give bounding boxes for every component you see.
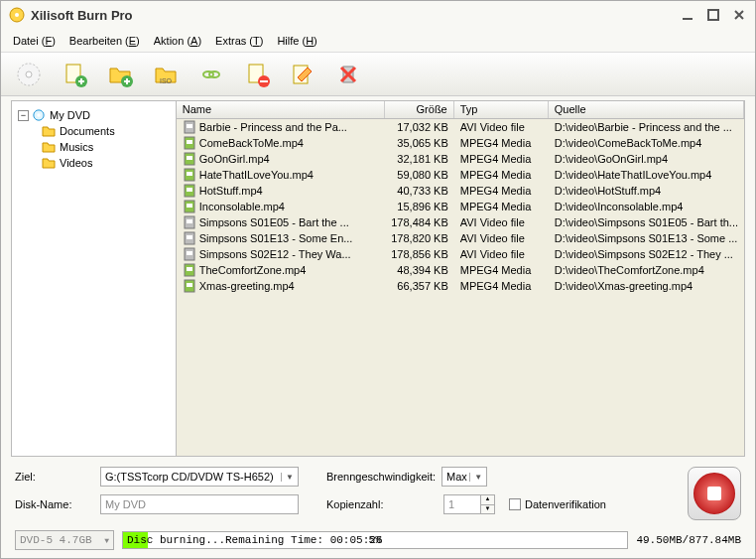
tree-root[interactable]: − My DVD: [16, 107, 172, 123]
menu-extras[interactable]: Extras (T): [215, 35, 263, 47]
file-size: 35,065 KB: [385, 137, 454, 149]
table-row[interactable]: ComeBackToMe.mp435,065 KBMPEG4 MediaD:\v…: [177, 135, 744, 151]
collapse-icon[interactable]: −: [18, 110, 29, 121]
svg-rect-38: [187, 267, 192, 271]
file-name: HotStuff.mp4: [199, 185, 263, 197]
table-row[interactable]: HotStuff.mp440,733 KBMPEG4 MediaD:\video…: [177, 183, 744, 199]
chevron-down-icon: ▼: [104, 536, 109, 545]
erase-icon[interactable]: [334, 61, 362, 88]
file-source: D:\video\Simpsons S01E05 - Bart th...: [549, 216, 744, 228]
table-row[interactable]: TheComfortZone.mp448,394 KBMPEG4 MediaD:…: [177, 262, 744, 278]
table-row[interactable]: Simpsons S01E05 - Bart the ...178,484 KB…: [177, 214, 744, 230]
progress-bar: Disc burning...Remaining Time: 00:05:26 …: [122, 531, 628, 549]
table-row[interactable]: Xmas-greeting.mp466,357 KBMPEG4 MediaD:\…: [177, 278, 744, 294]
file-source: D:\video\HotStuff.mp4: [549, 185, 744, 197]
speed-label: Brenngeschwindigkeit:: [326, 471, 436, 483]
file-icon: [183, 168, 196, 182]
iso-icon[interactable]: ISO: [152, 61, 180, 88]
copies-input[interactable]: [443, 494, 481, 514]
svg-rect-20: [187, 124, 192, 128]
chevron-down-icon: ▼: [281, 473, 294, 482]
menu-file[interactable]: Datei (F): [13, 35, 56, 47]
file-type: MPEG4 Media: [454, 153, 549, 165]
file-source: D:\video\Xmas-greeting.mp4: [549, 280, 744, 292]
file-name: GoOnGirl.mp4: [199, 153, 270, 165]
close-button[interactable]: [731, 7, 747, 23]
file-size: 40,733 KB: [385, 185, 454, 197]
target-label: Ziel:: [15, 471, 100, 483]
media-combo[interactable]: DVD-5 4.7GB▼: [15, 530, 114, 550]
menu-edit[interactable]: Bearbeiten (E): [69, 35, 140, 47]
tree-item-videos[interactable]: Videos: [16, 155, 172, 171]
file-icon: [183, 231, 196, 245]
svg-rect-28: [187, 188, 192, 192]
list-panel: Name Größe Typ Quelle Barbie - Princess …: [177, 101, 744, 456]
menu-help[interactable]: Hilfe (H): [277, 35, 316, 47]
col-size[interactable]: Größe: [385, 101, 454, 118]
file-icon: [183, 136, 196, 150]
file-source: D:\video\Inconsolable.mp4: [549, 201, 744, 212]
verify-label: Datenverifikation: [525, 498, 606, 510]
minimize-button[interactable]: [680, 7, 695, 23]
app-icon: [9, 7, 25, 23]
file-size: 59,080 KB: [385, 169, 454, 181]
file-source: D:\video\Simpsons S01E13 - Some ...: [549, 232, 744, 244]
disc-name-input[interactable]: [100, 494, 299, 514]
file-size: 17,032 KB: [385, 121, 454, 133]
file-type: MPEG4 Media: [454, 201, 549, 212]
spin-down[interactable]: ▼: [481, 505, 494, 514]
file-icon: [183, 263, 196, 277]
edit-icon[interactable]: [289, 61, 316, 88]
col-type[interactable]: Typ: [454, 101, 549, 118]
col-name[interactable]: Name: [177, 101, 385, 118]
file-source: D:\video\ComeBackToMe.mp4: [549, 137, 744, 149]
new-disc-icon[interactable]: [15, 61, 43, 88]
svg-rect-40: [187, 283, 192, 287]
menu-action[interactable]: Aktion (A): [154, 35, 201, 47]
table-row[interactable]: Barbie - Princess and the Pa...17,032 KB…: [177, 119, 744, 135]
spin-up[interactable]: ▲: [481, 495, 494, 505]
maximize-button[interactable]: [705, 7, 721, 23]
target-combo[interactable]: G:(TSSTcorp CD/DVDW TS-H652)▼: [100, 467, 299, 487]
file-icon: [183, 120, 196, 134]
tree-item-documents[interactable]: Documents: [16, 123, 172, 139]
file-type: AVI Video file: [454, 232, 549, 244]
table-row[interactable]: GoOnGirl.mp432,181 KBMPEG4 MediaD:\video…: [177, 151, 744, 167]
svg-rect-14: [260, 80, 268, 82]
speed-combo[interactable]: Max▼: [441, 467, 487, 487]
file-name: Xmas-greeting.mp4: [199, 280, 295, 292]
tree-root-label: My DVD: [50, 109, 90, 121]
burn-button[interactable]: [688, 467, 741, 520]
col-source[interactable]: Quelle: [549, 101, 744, 118]
file-name: TheComfortZone.mp4: [199, 264, 307, 276]
file-size: 15,896 KB: [385, 201, 454, 212]
file-source: D:\video\TheComfortZone.mp4: [549, 264, 744, 276]
file-size: 48,394 KB: [385, 264, 454, 276]
bottom-panel: Ziel: G:(TSSTcorp CD/DVDW TS-H652)▼ Bren…: [1, 457, 755, 528]
file-type: MPEG4 Media: [454, 137, 549, 149]
verify-checkbox[interactable]: [509, 498, 521, 510]
link-icon[interactable]: [197, 61, 225, 88]
file-type: AVI Video file: [454, 121, 549, 133]
file-icon: [183, 279, 196, 293]
table-row[interactable]: Simpsons S02E12 - They Wa...178,856 KBAV…: [177, 246, 744, 262]
size-text: 49.50MB/877.84MB: [636, 534, 741, 546]
table-row[interactable]: Simpsons S01E13 - Some En...178,820 KBAV…: [177, 230, 744, 246]
add-folder-icon[interactable]: [106, 61, 134, 88]
svg-rect-36: [187, 251, 192, 255]
file-icon: [183, 247, 196, 261]
progress-text: Disc burning...Remaining Time: 00:05:26: [123, 534, 382, 546]
tree-item-musics[interactable]: Musics: [16, 139, 172, 155]
main-area: − My DVD DocumentsMusicsVideos Name Größ…: [11, 100, 745, 457]
progress-percent: 5%: [369, 534, 382, 546]
file-type: MPEG4 Media: [454, 185, 549, 197]
add-file-icon[interactable]: [61, 61, 88, 88]
file-size: 178,856 KB: [385, 248, 454, 260]
app-title: Xilisoft Burn Pro: [31, 8, 680, 23]
table-row[interactable]: HateThatILoveYou.mp459,080 KBMPEG4 Media…: [177, 167, 744, 183]
remove-icon[interactable]: [243, 61, 271, 88]
file-type: MPEG4 Media: [454, 264, 549, 276]
table-row[interactable]: Inconsolable.mp415,896 KBMPEG4 MediaD:\v…: [177, 199, 744, 214]
folder-icon: [42, 141, 56, 153]
file-icon: [183, 184, 196, 198]
